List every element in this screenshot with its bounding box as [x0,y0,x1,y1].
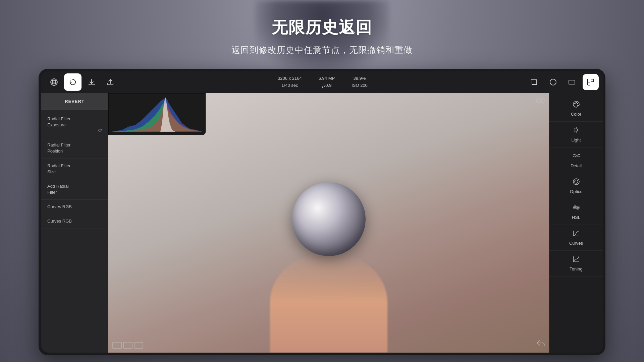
svg-line-27 [578,128,578,128]
history-item-curves-2[interactable]: Curves RGB [41,214,108,229]
download-button[interactable] [83,73,100,91]
glass-ball [292,182,366,256]
svg-point-28 [573,179,579,185]
history-item-curves-1[interactable]: Curves RGB [41,200,108,214]
toolbar-left [45,73,119,91]
right-panel-detail[interactable]: Detail [549,147,603,173]
svg-line-24 [574,128,574,128]
right-panel-optics[interactable]: Optics [549,173,603,199]
svg-point-15 [539,99,542,102]
history-item-label: Radial FilterExposure [47,116,102,128]
history-item-position[interactable]: Radial FilterPosition [41,138,108,159]
toolbar-center: 3206 x 2164 1/40 sec 6.94 MP ƒ/0.9 38.9%… [119,75,526,89]
history-item-label: Radial FilterSize [47,163,102,175]
hsl-icon [573,204,580,213]
back-arrow-icon[interactable] [536,339,545,349]
right-panel-color[interactable]: Color [549,96,603,122]
svg-point-14 [536,98,544,103]
hand-simulation [270,252,387,353]
photo-area [108,93,549,353]
history-item-label: Curves RGB [47,218,102,224]
meta-mp: 6.94 MP ƒ/0.9 [319,75,335,89]
svg-point-18 [577,103,578,104]
main-area: REVERT Radial FilterExposure 32 Radial F… [41,93,603,353]
detail-icon [573,152,580,161]
svg-point-29 [575,180,578,183]
svg-rect-9 [591,79,594,82]
optics-label: Optics [570,189,582,194]
history-item-label: Curves RGB [47,204,102,210]
right-panel: Color [549,93,603,353]
history-item-exposure[interactable]: Radial FilterExposure 32 [41,112,108,138]
left-panel: REVERT Radial FilterExposure 32 Radial F… [41,93,108,353]
frame-icon-3 [134,342,143,349]
main-title: 无限历史返回 [0,17,644,38]
svg-point-16 [574,103,575,104]
svg-point-7 [550,79,556,85]
history-item-label: Add RadialFilter [47,183,102,195]
svg-rect-8 [569,80,575,84]
revert-button[interactable]: REVERT [41,93,108,110]
device-frame: 3206 x 2164 1/40 sec 6.94 MP ƒ/0.9 38.9%… [39,69,605,355]
share-button[interactable] [102,73,119,91]
radial-filter-button[interactable] [545,74,561,90]
histogram [108,93,206,135]
meta-iso: 38.9% ISO 200 [352,75,368,89]
history-item-add-radial[interactable]: Add RadialFilter [41,179,108,200]
right-panel-hsl[interactable]: HSL [549,199,603,225]
hsl-label: HSL [572,215,580,220]
history-button[interactable] [64,73,82,91]
history-item-value: 32 [47,128,102,134]
bottom-icons [112,342,143,349]
toning-icon [573,255,580,264]
sub-title: 返回到修改历史中任意节点，无限撤销和重做 [0,44,644,56]
color-icon [573,101,580,110]
curves-icon [573,230,580,239]
svg-rect-33 [575,205,576,207]
svg-rect-34 [576,207,577,208]
right-panel-curves[interactable]: Curves [549,225,603,251]
detail-label: Detail [571,163,582,168]
globe-button[interactable] [45,73,63,91]
svg-rect-35 [577,208,578,209]
crop-button[interactable] [526,74,542,90]
screen: 3206 x 2164 1/40 sec 6.94 MP ƒ/0.9 38.9%… [41,71,603,353]
light-icon [573,126,580,135]
history-item-label: Radial FilterPosition [47,142,102,154]
optics-icon [573,178,580,187]
history-list: Radial FilterExposure 32 Radial FilterPo… [41,110,108,353]
history-item-size[interactable]: Radial FilterSize [41,159,108,179]
svg-line-25 [578,132,578,132]
frame-icon-2 [123,342,132,349]
curves-label: Curves [569,241,583,246]
meta-dimensions: 3206 x 2164 1/40 sec [278,75,302,89]
right-panel-light[interactable]: Light [549,122,603,147]
toolbar-right [526,74,599,90]
eye-icon[interactable] [536,97,545,106]
light-label: Light [571,137,581,142]
color-label: Color [571,112,581,117]
frame-icon-1 [112,342,122,349]
svg-point-17 [576,102,576,103]
toolbar: 3206 x 2164 1/40 sec 6.94 MP ƒ/0.9 38.9%… [41,71,603,93]
title-area: 无限历史返回 返回到修改历史中任意节点，无限撤销和重做 [0,17,644,56]
gradient-filter-button[interactable] [564,74,580,90]
right-panel-toning[interactable]: Toning [549,251,603,277]
selective-adjust-button[interactable] [583,74,599,90]
toning-label: Toning [570,266,582,272]
svg-point-19 [575,129,578,131]
svg-line-26 [574,132,574,132]
